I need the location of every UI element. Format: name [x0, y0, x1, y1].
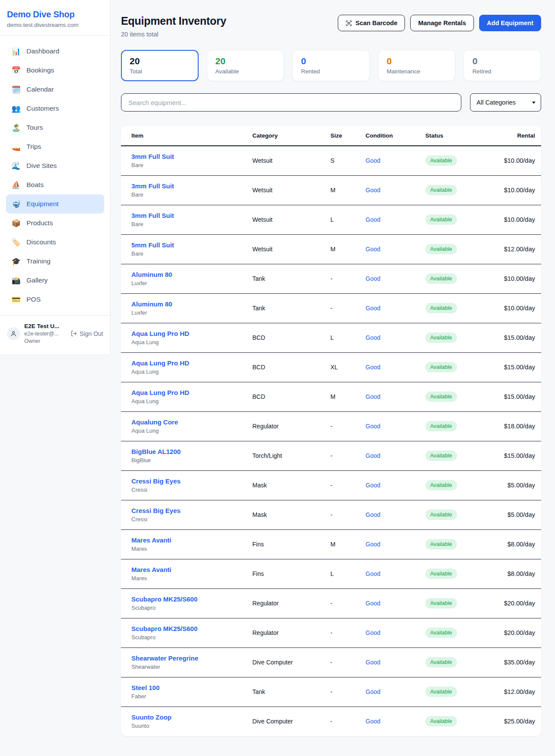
sidebar-item-dashboard[interactable]: 📊 Dashboard — [6, 42, 104, 61]
table-row[interactable]: Mares Avanti Mares Fins M Good Available… — [121, 529, 541, 559]
table-row[interactable]: Shearwater Peregrine Shearwater Dive Com… — [121, 648, 541, 677]
sidebar-item-discounts[interactable]: 🏷️ Discounts — [6, 233, 104, 252]
item-name-link[interactable]: Steel 100 — [131, 684, 252, 691]
condition-link[interactable]: Good — [366, 157, 380, 164]
sidebar-item-bookings[interactable]: 📅 Bookings — [6, 61, 104, 80]
sidebar-item-training[interactable]: 🎓 Training — [6, 252, 104, 271]
table-row[interactable]: 3mm Full Suit Bare Wetsuit L Good Availa… — [121, 205, 541, 234]
condition-link[interactable]: Good — [366, 364, 380, 371]
item-name-link[interactable]: Aluminum 80 — [131, 300, 252, 308]
sidebar-item-gallery[interactable]: 📸 Gallery — [6, 271, 104, 290]
equipment-table: Item Category Size Condition Status Rent… — [121, 126, 541, 736]
status-cell: Available — [425, 707, 500, 736]
condition-link[interactable]: Good — [366, 452, 380, 459]
item-name-link[interactable]: Cressi Big Eyes — [131, 477, 252, 485]
table-row[interactable]: Cressi Big Eyes Cressi Mask - Good Avail… — [121, 500, 541, 529]
item-brand: Aqua Lung — [131, 398, 252, 404]
condition-link[interactable]: Good — [366, 216, 380, 223]
table-row[interactable]: Aluminum 80 Luxfer Tank - Good Available… — [121, 264, 541, 293]
table-row[interactable]: 3mm Full Suit Bare Wetsuit M Good Availa… — [121, 175, 541, 205]
condition-link[interactable]: Good — [366, 659, 380, 666]
condition-link[interactable]: Good — [366, 688, 380, 695]
item-name-link[interactable]: Shearwater Peregrine — [131, 654, 252, 662]
item-name-link[interactable]: Mares Avanti — [131, 536, 252, 544]
condition-link[interactable]: Good — [366, 629, 380, 636]
condition-link[interactable]: Good — [366, 423, 380, 430]
condition-link[interactable]: Good — [366, 600, 380, 607]
table-row[interactable]: Aqua Lung Pro HD Aqua Lung BCD M Good Av… — [121, 382, 541, 411]
shop-name[interactable]: Demo Dive Shop — [7, 10, 103, 20]
table-row[interactable]: Suunto Zoop Suunto Dive Computer - Good … — [121, 707, 541, 736]
table-row[interactable]: 3mm Full Suit Bare Wetsuit S Good Availa… — [121, 146, 541, 175]
condition-link[interactable]: Good — [366, 305, 380, 312]
table-row[interactable]: Scubapro MK25/S600 Scubapro Regulator - … — [121, 618, 541, 648]
sidebar-item-equipment[interactable]: 🤿 Equipment — [6, 194, 104, 214]
item-name-link[interactable]: Aluminum 80 — [131, 271, 252, 278]
column-header-size[interactable]: Size — [330, 126, 366, 146]
condition-link[interactable]: Good — [366, 718, 380, 725]
table-row[interactable]: Steel 100 Faber Tank - Good Available $1… — [121, 677, 541, 707]
item-cell: 3mm Full Suit Bare — [121, 205, 252, 234]
table-row[interactable]: Aqua Lung Pro HD Aqua Lung BCD L Good Av… — [121, 323, 541, 352]
item-name-link[interactable]: 5mm Full Suit — [131, 241, 252, 249]
table-row[interactable]: Aluminum 80 Luxfer Tank - Good Available… — [121, 293, 541, 323]
table-row[interactable]: BigBlue AL1200 BigBlue Torch/Light - Goo… — [121, 441, 541, 470]
stat-card-retired[interactable]: 0 Retired — [464, 50, 541, 81]
sidebar-item-products[interactable]: 📦 Products — [6, 214, 104, 233]
sidebar-item-pos[interactable]: 💳 POS — [6, 290, 104, 309]
item-name-link[interactable]: Mares Avanti — [131, 566, 252, 573]
scan-barcode-button[interactable]: Scan Barcode — [338, 15, 405, 31]
table-row[interactable]: 5mm Full Suit Bare Wetsuit M Good Availa… — [121, 234, 541, 264]
stat-card-available[interactable]: 20 Available — [207, 50, 284, 81]
condition-link[interactable]: Good — [366, 570, 380, 577]
condition-link[interactable]: Good — [366, 275, 380, 282]
table-row[interactable]: Aqualung Core Aqua Lung Regulator - Good… — [121, 411, 541, 441]
stat-card-maintenance[interactable]: 0 Maintenance — [378, 50, 456, 81]
column-header-category[interactable]: Category — [252, 126, 330, 146]
add-equipment-button[interactable]: Add Equipment — [479, 15, 541, 31]
sidebar-item-customers[interactable]: 👥 Customers — [6, 99, 104, 118]
column-header-status[interactable]: Status — [425, 126, 500, 146]
item-name-link[interactable]: 3mm Full Suit — [131, 153, 252, 160]
item-name-link[interactable]: Scubapro MK25/S600 — [131, 625, 252, 632]
item-name-link[interactable]: Suunto Zoop — [131, 713, 252, 721]
table-row[interactable]: Aqua Lung Pro HD Aqua Lung BCD XL Good A… — [121, 352, 541, 382]
condition-link[interactable]: Good — [366, 482, 380, 489]
item-name-link[interactable]: Cressi Big Eyes — [131, 507, 252, 514]
manage-rentals-button[interactable]: Manage Rentals — [410, 15, 473, 31]
search-input[interactable] — [121, 93, 461, 112]
sidebar-item-calendar[interactable]: 🗓️ Calendar — [6, 80, 104, 99]
user-info: E2E Test U... e2e-tester@... Owner — [24, 322, 59, 345]
condition-link[interactable]: Good — [366, 541, 380, 548]
table-row[interactable]: Scubapro MK25/S600 Scubapro Regulator - … — [121, 588, 541, 618]
equipment-icon: 🤿 — [11, 200, 21, 209]
sidebar-item-boats[interactable]: ⛵ Boats — [6, 175, 104, 194]
condition-link[interactable]: Good — [366, 393, 380, 400]
item-name-link[interactable]: Scubapro MK25/S600 — [131, 595, 252, 603]
column-header-condition[interactable]: Condition — [366, 126, 425, 146]
item-name-link[interactable]: Aqua Lung Pro HD — [131, 359, 252, 367]
condition-link[interactable]: Good — [366, 334, 380, 341]
item-name-link[interactable]: 3mm Full Suit — [131, 212, 252, 219]
sidebar-item-tours[interactable]: 🏝️ Tours — [6, 118, 104, 137]
column-header-item[interactable]: Item — [121, 126, 252, 146]
size-cell: M — [330, 234, 366, 264]
stat-card-total[interactable]: 20 Total — [121, 50, 199, 81]
stat-card-rented[interactable]: 0 Rented — [292, 50, 370, 81]
item-name-link[interactable]: Aqua Lung Pro HD — [131, 330, 252, 337]
sidebar-item-dive-sites[interactable]: 🌊 Dive Sites — [6, 156, 104, 175]
sign-out-button[interactable]: Sign Out — [71, 330, 103, 337]
item-name-link[interactable]: BigBlue AL1200 — [131, 448, 252, 455]
table-row[interactable]: Cressi Big Eyes Cressi Mask - Good Avail… — [121, 470, 541, 500]
page-title: Equipment Inventory — [121, 15, 226, 27]
item-name-link[interactable]: Aqua Lung Pro HD — [131, 389, 252, 396]
condition-link[interactable]: Good — [366, 187, 380, 194]
condition-link[interactable]: Good — [366, 511, 380, 518]
table-row[interactable]: Mares Avanti Mares Fins L Good Available… — [121, 559, 541, 588]
item-name-link[interactable]: 3mm Full Suit — [131, 182, 252, 190]
item-name-link[interactable]: Aqualung Core — [131, 418, 252, 426]
column-header-rental[interactable]: Rental — [500, 126, 541, 146]
condition-link[interactable]: Good — [366, 246, 380, 253]
sidebar-item-trips[interactable]: 🚤 Trips — [6, 137, 104, 156]
category-select[interactable]: All Categories — [470, 93, 541, 112]
